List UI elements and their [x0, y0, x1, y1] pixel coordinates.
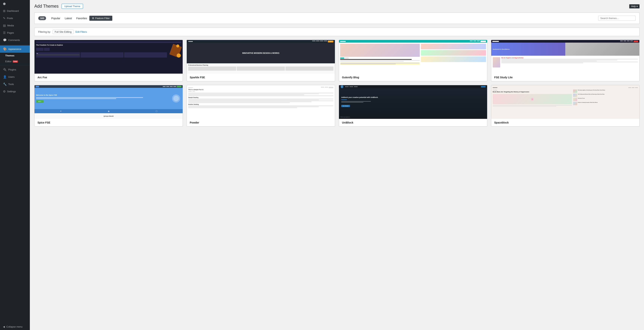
appearance-icon: 🎨 [3, 47, 7, 51]
theme-card-arc-fse[interactable]: The Freedom To Create & Explore Aa [34, 40, 183, 81]
spice-hero-text: Welcome to the Spice FSE [36, 94, 170, 96]
study-secondary-text: We Are Experts Learning Institution [501, 57, 638, 59]
edit-filters-link[interactable]: Edit Filters [76, 31, 87, 33]
sidebar-item-media[interactable]: ▤ Media [0, 22, 30, 29]
spice-sub-text: Quisque Blandit [104, 115, 114, 117]
sidebar-item-settings[interactable]: ⚙ Settings [0, 88, 30, 95]
wp-logo-icon: ⬤ [3, 2, 6, 5]
spaceblock-article-title: Book Bans Are Targeting the History of O… [493, 91, 572, 93]
study-hero: Anchored in Excellence. [491, 43, 639, 56]
search-themes-input[interactable] [598, 16, 636, 21]
tab-popular[interactable]: Popular [49, 16, 62, 21]
theme-preview-fse-study-lite: Anchored in Excellence. We Are Experts L… [491, 40, 639, 74]
study-hero-text: Anchored in Excellence. [493, 48, 510, 50]
theme-preview-spice-fse: Welcome to the Spice FSE GET IT [34, 85, 183, 119]
sidebar-item-tools[interactable]: 🔧 Tools [0, 81, 30, 88]
theme-preview-gutenify-blog [339, 40, 487, 74]
theme-preview-sparkle-fse: CTA INNOVATIVE MODERN DESIGN & WORKS Pro… [187, 40, 335, 74]
gear-icon: ⚙ [92, 17, 94, 20]
theme-name-spice-fse: Spice FSE [34, 119, 183, 126]
theme-preview-spaceblock: Trending Book Bans Are Targeting the His… [491, 85, 639, 119]
upload-theme-button[interactable]: Upload Theme [62, 4, 83, 9]
arc-hero-text: The Freedom To Create & Explore [36, 44, 167, 46]
theme-card-gutenify-blog[interactable]: Gutenify Blog [339, 40, 487, 81]
uniblock-hero: Unblock your creative potential with Uni… [339, 88, 487, 115]
themes-grid: The Freedom To Create & Explore Aa [34, 40, 640, 126]
sidebar-sub-item-editor[interactable]: Editor beta [0, 59, 30, 64]
sidebar-item-label: Pages [7, 31, 14, 34]
theme-name-powder: Powder [187, 119, 335, 126]
sidebar-item-appearance[interactable]: 🎨 Appearance [0, 45, 30, 53]
sparkle-sub-text: Professional Business Planning [188, 64, 334, 66]
tab-latest[interactable]: Latest [62, 16, 74, 21]
theme-name-spaceblock: Spaceblock [491, 119, 639, 126]
theme-card-fse-study-lite[interactable]: Anchored in Excellence. We Are Experts L… [491, 40, 640, 81]
spaceblock-nav [493, 87, 638, 89]
theme-name-gutenify-blog: Gutenify Blog [339, 74, 487, 81]
sidebar-item-pages[interactable]: ☰ Pages [0, 29, 30, 37]
theme-card-spaceblock[interactable]: Trending Book Bans Are Targeting the His… [491, 85, 640, 126]
theme-name-arc-fse: Arc Fse [34, 74, 183, 81]
theme-name-sparkle-fse: Sparkle FSE [187, 74, 335, 81]
filter-bar: 163 Popular Latest Favorites ⚙ Feature F… [34, 13, 640, 24]
sidebar-item-dashboard[interactable]: ⊞ Dashboard [0, 7, 30, 15]
theme-name-uniblock: UniBlock [339, 119, 487, 126]
sidebar-item-label: Plugins [8, 68, 16, 71]
themes-label: Themes [5, 54, 14, 57]
uniblock-hero-text: Unblock your creative potential with Uni… [341, 96, 378, 99]
tab-favorites[interactable]: Favorites [74, 16, 89, 21]
sidebar-item-plugins[interactable]: 🔌 Plugins [0, 66, 30, 73]
filter-tag-fse: Full Site Editing [52, 30, 74, 34]
spice-bottom: ✦ ◆ ⬠ [34, 109, 183, 113]
sparkle-nav: CTA [187, 40, 335, 43]
collapse-label: Collapse menu [6, 325, 22, 328]
uniblock-nav: U [339, 85, 487, 88]
sidebar-item-label: Comments [8, 39, 20, 42]
filtering-label: Filtering by: [38, 31, 51, 33]
sparkle-bottom: Professional Business Planning [187, 63, 335, 74]
theme-card-sparkle-fse[interactable]: CTA INNOVATIVE MODERN DESIGN & WORKS Pro… [186, 40, 335, 81]
sidebar-item-label: Dashboard [7, 10, 19, 12]
feature-filter-button[interactable]: ⚙ Feature Filter [89, 16, 112, 21]
theme-card-spice-fse[interactable]: Welcome to the Spice FSE GET IT [34, 85, 183, 126]
users-icon: 👤 [3, 75, 7, 79]
sidebar-item-posts[interactable]: ✎ Posts [0, 15, 30, 22]
spice-nav [34, 85, 183, 88]
theme-name-fse-study-lite: FSE Study Lite [491, 74, 639, 81]
study-bottom: We Are Experts Learning Institution [491, 56, 639, 74]
sidebar-sub-item-themes[interactable]: Themes [0, 53, 30, 59]
spaceblock-content: Trending Book Bans Are Targeting the His… [493, 89, 638, 117]
powder-doc-title: This is a Sample Post #1 [188, 89, 334, 90]
help-label: Help [631, 5, 636, 8]
main-content: Add Themes Upload Theme Help ▾ 163 Popul… [30, 0, 644, 330]
filtering-bar: Filtering by: Full Site Editing Edit Fil… [34, 28, 640, 36]
theme-card-powder[interactable]: Sample ▾ This is a Sample Post #1 Octobe… [186, 85, 335, 126]
sidebar: ⬤ ⊞ Dashboard ✎ Posts ▤ Media ☰ Pages 💬 … [0, 0, 30, 330]
chevron-down-icon: ▾ [636, 5, 638, 8]
comments-icon: 💬 [3, 38, 7, 42]
sidebar-item-label: Media [7, 24, 14, 27]
sidebar-item-label: Users [8, 76, 14, 78]
collapse-menu[interactable]: ◀ Collapse menu [0, 323, 30, 330]
spice-hero: Welcome to the Spice FSE GET IT [34, 88, 183, 109]
sparkle-hero-text: INNOVATIVE MODERN DESIGN & WORKS [242, 52, 279, 55]
page-title-area: Add Themes Upload Theme [34, 4, 83, 9]
spice-sub: Quisque Blandit [34, 113, 183, 119]
plugins-icon: 🔌 [3, 68, 7, 71]
theme-card-uniblock[interactable]: U Unblock your creative potential with U… [339, 85, 487, 126]
help-button[interactable]: Help ▾ [629, 4, 640, 9]
sidebar-item-label: Appearance [8, 48, 21, 51]
sidebar-item-comments[interactable]: 💬 Comments [0, 37, 30, 44]
sidebar-item-label: Tools [8, 83, 14, 86]
theme-preview-arc-fse: The Freedom To Create & Explore Aa [34, 40, 183, 74]
sidebar-item-label: Posts [7, 17, 13, 20]
page-title: Add Themes [34, 4, 58, 9]
page-header: Add Themes Upload Theme Help ▾ [34, 4, 640, 9]
study-nav [491, 40, 639, 43]
dashboard-icon: ⊞ [3, 9, 6, 13]
tools-icon: 🔧 [3, 82, 7, 86]
gutenify-nav [339, 40, 487, 43]
sidebar-item-users[interactable]: 👤 Users [0, 73, 30, 81]
gutenify-content [339, 43, 487, 74]
sidebar-logo: ⬤ [0, 0, 30, 7]
